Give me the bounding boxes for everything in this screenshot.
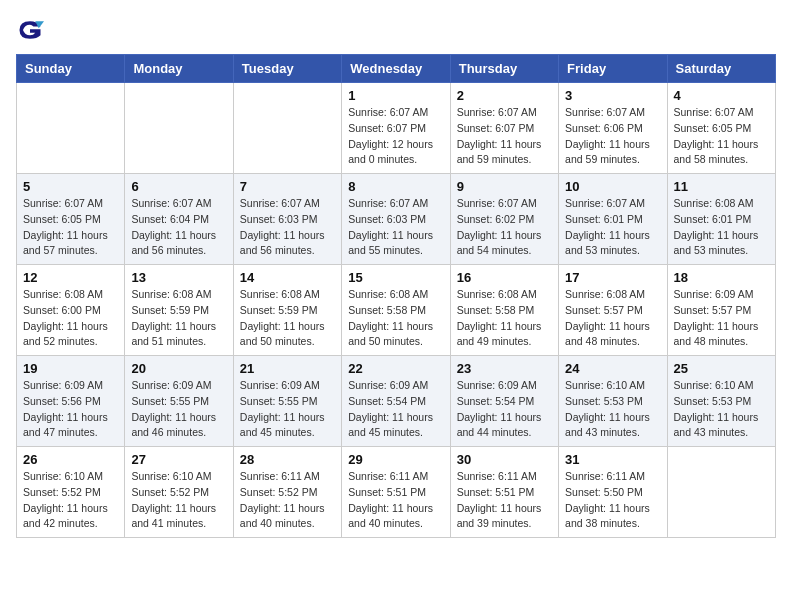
day-number: 25 (674, 361, 769, 376)
day-cell: 22Sunrise: 6:09 AM Sunset: 5:54 PM Dayli… (342, 356, 450, 447)
calendar: SundayMondayTuesdayWednesdayThursdayFrid… (16, 54, 776, 538)
day-cell: 9Sunrise: 6:07 AM Sunset: 6:02 PM Daylig… (450, 174, 558, 265)
day-cell: 30Sunrise: 6:11 AM Sunset: 5:51 PM Dayli… (450, 447, 558, 538)
day-cell: 24Sunrise: 6:10 AM Sunset: 5:53 PM Dayli… (559, 356, 667, 447)
day-cell: 13Sunrise: 6:08 AM Sunset: 5:59 PM Dayli… (125, 265, 233, 356)
day-cell: 3Sunrise: 6:07 AM Sunset: 6:06 PM Daylig… (559, 83, 667, 174)
day-cell: 29Sunrise: 6:11 AM Sunset: 5:51 PM Dayli… (342, 447, 450, 538)
day-info: Sunrise: 6:10 AM Sunset: 5:52 PM Dayligh… (23, 469, 118, 532)
day-number: 10 (565, 179, 660, 194)
day-cell: 4Sunrise: 6:07 AM Sunset: 6:05 PM Daylig… (667, 83, 775, 174)
day-number: 24 (565, 361, 660, 376)
day-info: Sunrise: 6:09 AM Sunset: 5:54 PM Dayligh… (457, 378, 552, 441)
day-number: 4 (674, 88, 769, 103)
day-number: 26 (23, 452, 118, 467)
day-number: 14 (240, 270, 335, 285)
day-cell (233, 83, 341, 174)
week-row-1: 1Sunrise: 6:07 AM Sunset: 6:07 PM Daylig… (17, 83, 776, 174)
week-row-4: 19Sunrise: 6:09 AM Sunset: 5:56 PM Dayli… (17, 356, 776, 447)
day-cell: 11Sunrise: 6:08 AM Sunset: 6:01 PM Dayli… (667, 174, 775, 265)
day-info: Sunrise: 6:07 AM Sunset: 6:03 PM Dayligh… (348, 196, 443, 259)
day-cell: 7Sunrise: 6:07 AM Sunset: 6:03 PM Daylig… (233, 174, 341, 265)
day-info: Sunrise: 6:08 AM Sunset: 5:58 PM Dayligh… (348, 287, 443, 350)
day-number: 1 (348, 88, 443, 103)
day-cell (125, 83, 233, 174)
day-info: Sunrise: 6:08 AM Sunset: 6:00 PM Dayligh… (23, 287, 118, 350)
day-header-saturday: Saturday (667, 55, 775, 83)
day-cell: 31Sunrise: 6:11 AM Sunset: 5:50 PM Dayli… (559, 447, 667, 538)
day-cell: 1Sunrise: 6:07 AM Sunset: 6:07 PM Daylig… (342, 83, 450, 174)
day-info: Sunrise: 6:09 AM Sunset: 5:56 PM Dayligh… (23, 378, 118, 441)
day-number: 17 (565, 270, 660, 285)
day-cell: 19Sunrise: 6:09 AM Sunset: 5:56 PM Dayli… (17, 356, 125, 447)
day-info: Sunrise: 6:07 AM Sunset: 6:01 PM Dayligh… (565, 196, 660, 259)
day-header-tuesday: Tuesday (233, 55, 341, 83)
day-info: Sunrise: 6:11 AM Sunset: 5:52 PM Dayligh… (240, 469, 335, 532)
day-info: Sunrise: 6:09 AM Sunset: 5:57 PM Dayligh… (674, 287, 769, 350)
day-cell (17, 83, 125, 174)
day-info: Sunrise: 6:08 AM Sunset: 5:58 PM Dayligh… (457, 287, 552, 350)
day-number: 19 (23, 361, 118, 376)
day-info: Sunrise: 6:07 AM Sunset: 6:03 PM Dayligh… (240, 196, 335, 259)
day-number: 2 (457, 88, 552, 103)
day-number: 27 (131, 452, 226, 467)
day-info: Sunrise: 6:10 AM Sunset: 5:52 PM Dayligh… (131, 469, 226, 532)
day-cell: 16Sunrise: 6:08 AM Sunset: 5:58 PM Dayli… (450, 265, 558, 356)
day-number: 20 (131, 361, 226, 376)
day-cell: 6Sunrise: 6:07 AM Sunset: 6:04 PM Daylig… (125, 174, 233, 265)
day-cell: 14Sunrise: 6:08 AM Sunset: 5:59 PM Dayli… (233, 265, 341, 356)
week-row-5: 26Sunrise: 6:10 AM Sunset: 5:52 PM Dayli… (17, 447, 776, 538)
day-header-thursday: Thursday (450, 55, 558, 83)
day-cell: 18Sunrise: 6:09 AM Sunset: 5:57 PM Dayli… (667, 265, 775, 356)
day-header-sunday: Sunday (17, 55, 125, 83)
day-cell (667, 447, 775, 538)
day-info: Sunrise: 6:11 AM Sunset: 5:50 PM Dayligh… (565, 469, 660, 532)
day-cell: 8Sunrise: 6:07 AM Sunset: 6:03 PM Daylig… (342, 174, 450, 265)
day-cell: 27Sunrise: 6:10 AM Sunset: 5:52 PM Dayli… (125, 447, 233, 538)
day-number: 8 (348, 179, 443, 194)
day-info: Sunrise: 6:11 AM Sunset: 5:51 PM Dayligh… (348, 469, 443, 532)
day-number: 5 (23, 179, 118, 194)
day-cell: 2Sunrise: 6:07 AM Sunset: 6:07 PM Daylig… (450, 83, 558, 174)
logo (16, 16, 48, 44)
day-number: 15 (348, 270, 443, 285)
day-info: Sunrise: 6:07 AM Sunset: 6:05 PM Dayligh… (23, 196, 118, 259)
day-info: Sunrise: 6:09 AM Sunset: 5:55 PM Dayligh… (131, 378, 226, 441)
day-number: 3 (565, 88, 660, 103)
day-number: 23 (457, 361, 552, 376)
day-number: 11 (674, 179, 769, 194)
day-cell: 28Sunrise: 6:11 AM Sunset: 5:52 PM Dayli… (233, 447, 341, 538)
day-cell: 25Sunrise: 6:10 AM Sunset: 5:53 PM Dayli… (667, 356, 775, 447)
day-number: 18 (674, 270, 769, 285)
day-info: Sunrise: 6:07 AM Sunset: 6:05 PM Dayligh… (674, 105, 769, 168)
day-info: Sunrise: 6:09 AM Sunset: 5:54 PM Dayligh… (348, 378, 443, 441)
day-number: 7 (240, 179, 335, 194)
day-number: 6 (131, 179, 226, 194)
day-number: 9 (457, 179, 552, 194)
day-number: 12 (23, 270, 118, 285)
day-number: 22 (348, 361, 443, 376)
day-cell: 23Sunrise: 6:09 AM Sunset: 5:54 PM Dayli… (450, 356, 558, 447)
day-cell: 20Sunrise: 6:09 AM Sunset: 5:55 PM Dayli… (125, 356, 233, 447)
day-info: Sunrise: 6:07 AM Sunset: 6:07 PM Dayligh… (348, 105, 443, 168)
day-info: Sunrise: 6:10 AM Sunset: 5:53 PM Dayligh… (674, 378, 769, 441)
day-cell: 5Sunrise: 6:07 AM Sunset: 6:05 PM Daylig… (17, 174, 125, 265)
day-info: Sunrise: 6:08 AM Sunset: 5:59 PM Dayligh… (131, 287, 226, 350)
header (16, 16, 776, 44)
day-header-friday: Friday (559, 55, 667, 83)
day-number: 29 (348, 452, 443, 467)
day-header-monday: Monday (125, 55, 233, 83)
day-number: 28 (240, 452, 335, 467)
day-info: Sunrise: 6:11 AM Sunset: 5:51 PM Dayligh… (457, 469, 552, 532)
day-info: Sunrise: 6:08 AM Sunset: 6:01 PM Dayligh… (674, 196, 769, 259)
day-info: Sunrise: 6:07 AM Sunset: 6:06 PM Dayligh… (565, 105, 660, 168)
day-info: Sunrise: 6:10 AM Sunset: 5:53 PM Dayligh… (565, 378, 660, 441)
calendar-header-row: SundayMondayTuesdayWednesdayThursdayFrid… (17, 55, 776, 83)
day-info: Sunrise: 6:08 AM Sunset: 5:59 PM Dayligh… (240, 287, 335, 350)
day-cell: 17Sunrise: 6:08 AM Sunset: 5:57 PM Dayli… (559, 265, 667, 356)
day-cell: 21Sunrise: 6:09 AM Sunset: 5:55 PM Dayli… (233, 356, 341, 447)
day-info: Sunrise: 6:09 AM Sunset: 5:55 PM Dayligh… (240, 378, 335, 441)
day-cell: 12Sunrise: 6:08 AM Sunset: 6:00 PM Dayli… (17, 265, 125, 356)
day-header-wednesday: Wednesday (342, 55, 450, 83)
week-row-2: 5Sunrise: 6:07 AM Sunset: 6:05 PM Daylig… (17, 174, 776, 265)
